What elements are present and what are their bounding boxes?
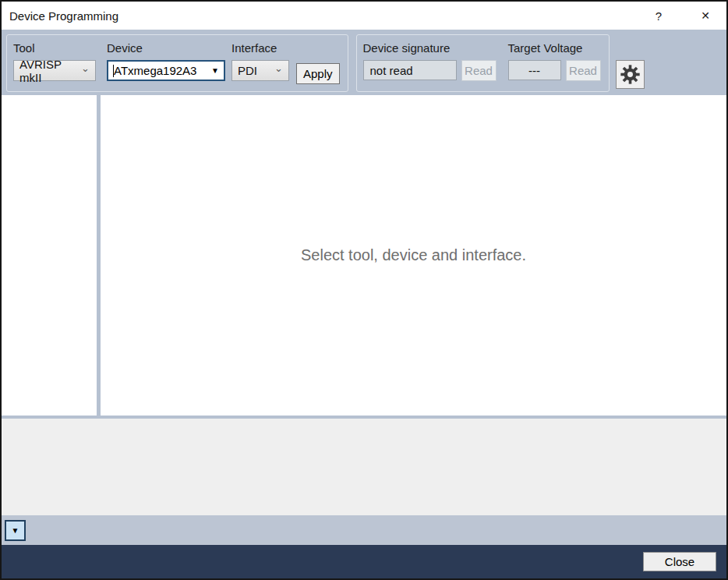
signature-voltage-group: Device signature not read Read Target Vo… (356, 34, 610, 92)
status-strip: ▼ (2, 515, 726, 545)
help-button[interactable]: ? (648, 5, 669, 26)
target-voltage-row: --- Read (508, 60, 601, 81)
interface-dropdown-value: PDI (238, 64, 257, 77)
tool-section: Tool AVRISP mkII ⌄ (13, 41, 96, 81)
device-signature-section: Device signature not read Read (363, 41, 497, 81)
target-voltage-label: Target Voltage (508, 41, 601, 55)
apply-button[interactable]: Apply (296, 63, 340, 84)
device-label: Device (107, 41, 225, 55)
tool-device-interface-group: Tool AVRISP mkII ⌄ Device ATxmega192A3 ▼… (6, 34, 348, 92)
device-section: Device ATxmega192A3 ▼ (107, 41, 225, 81)
tool-dropdown-value: AVRISP mkII (19, 58, 75, 84)
main-content-area: Select tool, device and interface. (101, 95, 726, 416)
combo-arrow-icon: ▼ (211, 66, 219, 75)
interface-dropdown[interactable]: PDI ⌄ (231, 60, 289, 81)
chevron-down-icon: ▼ (12, 526, 19, 535)
chevron-down-icon: ⌄ (81, 65, 90, 72)
device-signature-label: Device signature (363, 41, 497, 55)
interface-section: Interface PDI ⌄ (231, 41, 289, 81)
target-voltage-section: Target Voltage --- Read (508, 41, 601, 81)
device-programming-dialog: Device Programming ? ✕ Tool AVRISP mkII … (0, 0, 728, 580)
window-title: Device Programming (9, 9, 118, 23)
close-window-button[interactable]: ✕ (695, 5, 716, 26)
output-panel (2, 419, 726, 515)
chevron-down-icon: ⌄ (274, 65, 283, 72)
instruction-message: Select tool, device and interface. (301, 246, 526, 264)
read-signature-button[interactable]: Read (461, 60, 497, 81)
dialog-body: Select tool, device and interface. (2, 95, 726, 416)
settings-button[interactable] (616, 60, 645, 89)
device-combobox[interactable]: ATxmega192A3 ▼ (107, 60, 225, 81)
device-signature-row: not read Read (363, 60, 497, 81)
tool-dropdown[interactable]: AVRISP mkII ⌄ (13, 60, 96, 81)
title-bar: Device Programming ? ✕ (2, 2, 726, 30)
device-combobox-value: ATxmega192A3 (114, 64, 208, 77)
gear-icon (620, 64, 641, 85)
read-voltage-button[interactable]: Read (566, 60, 601, 81)
navigation-panel (2, 95, 97, 416)
dialog-footer: Close (2, 545, 726, 578)
expand-output-button[interactable]: ▼ (5, 520, 26, 541)
interface-label: Interface (231, 41, 289, 55)
programming-toolbar: Tool AVRISP mkII ⌄ Device ATxmega192A3 ▼… (2, 30, 726, 95)
device-signature-field: not read (363, 60, 457, 80)
tool-label: Tool (13, 41, 96, 55)
close-button[interactable]: Close (643, 552, 716, 571)
target-voltage-field: --- (508, 60, 561, 80)
